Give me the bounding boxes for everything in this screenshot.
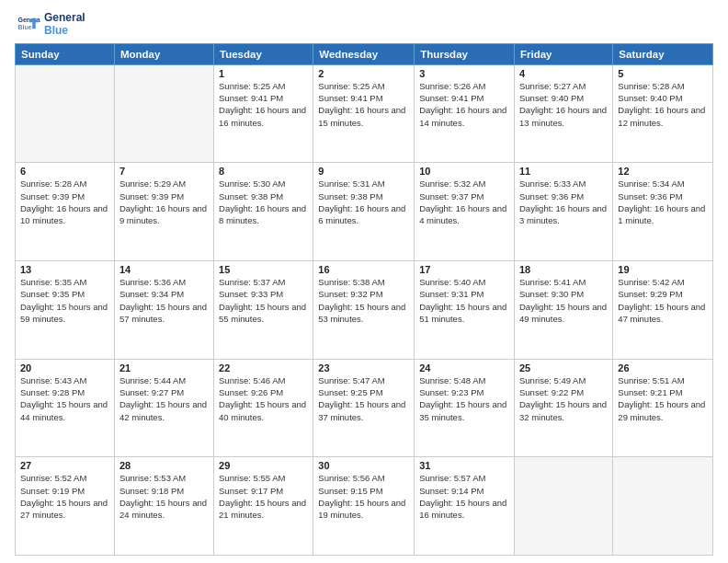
day-info: Sunrise: 5:40 AM Sunset: 9:31 PM Dayligh…	[419, 276, 509, 325]
day-info: Sunrise: 5:34 AM Sunset: 9:36 PM Dayligh…	[618, 178, 708, 226]
day-number: 14	[119, 264, 209, 275]
calendar-day	[16, 64, 115, 163]
calendar-day: 19Sunrise: 5:42 AM Sunset: 9:29 PM Dayli…	[613, 261, 713, 360]
day-info: Sunrise: 5:28 AM Sunset: 9:40 PM Dayligh…	[618, 80, 708, 129]
day-info: Sunrise: 5:32 AM Sunset: 9:37 PM Dayligh…	[419, 178, 509, 226]
weekday-row: SundayMondayTuesdayWednesdayThursdayFrid…	[16, 43, 713, 64]
day-number: 6	[20, 166, 109, 177]
calendar-day: 8Sunrise: 5:30 AM Sunset: 9:38 PM Daylig…	[214, 163, 313, 261]
day-number: 16	[318, 264, 409, 275]
weekday-header: Wednesday	[313, 43, 415, 64]
calendar-day: 4Sunrise: 5:27 AM Sunset: 9:40 PM Daylig…	[514, 64, 612, 163]
day-info: Sunrise: 5:57 AM Sunset: 9:14 PM Dayligh…	[419, 472, 509, 521]
calendar-day: 2Sunrise: 5:25 AM Sunset: 9:41 PM Daylig…	[313, 64, 415, 163]
day-info: Sunrise: 5:42 AM Sunset: 9:29 PM Dayligh…	[618, 276, 708, 325]
calendar-day: 11Sunrise: 5:33 AM Sunset: 9:36 PM Dayli…	[514, 163, 612, 261]
day-info: Sunrise: 5:36 AM Sunset: 9:34 PM Dayligh…	[119, 276, 209, 325]
calendar-body: 1Sunrise: 5:25 AM Sunset: 9:41 PM Daylig…	[16, 64, 713, 555]
day-info: Sunrise: 5:51 AM Sunset: 9:21 PM Dayligh…	[618, 374, 708, 423]
calendar-day: 22Sunrise: 5:46 AM Sunset: 9:26 PM Dayli…	[214, 359, 313, 457]
calendar: SundayMondayTuesdayWednesdayThursdayFrid…	[15, 43, 713, 556]
calendar-day: 12Sunrise: 5:34 AM Sunset: 9:36 PM Dayli…	[613, 163, 713, 261]
day-number: 23	[318, 362, 409, 373]
day-info: Sunrise: 5:38 AM Sunset: 9:32 PM Dayligh…	[318, 276, 409, 325]
day-number: 22	[219, 362, 308, 373]
logo-icon: General Blue	[15, 11, 40, 37]
weekday-header: Monday	[114, 43, 213, 64]
day-number: 8	[219, 166, 308, 177]
weekday-header: Sunday	[16, 43, 115, 64]
day-info: Sunrise: 5:43 AM Sunset: 9:28 PM Dayligh…	[20, 374, 109, 423]
calendar-day	[613, 457, 713, 556]
day-number: 2	[318, 68, 409, 79]
weekday-header: Saturday	[613, 43, 713, 64]
day-info: Sunrise: 5:48 AM Sunset: 9:23 PM Dayligh…	[419, 374, 509, 423]
calendar-day: 29Sunrise: 5:55 AM Sunset: 9:17 PM Dayli…	[214, 457, 313, 556]
weekday-header: Thursday	[415, 43, 515, 64]
calendar-day: 15Sunrise: 5:37 AM Sunset: 9:33 PM Dayli…	[214, 261, 313, 360]
calendar-day: 28Sunrise: 5:53 AM Sunset: 9:18 PM Dayli…	[114, 457, 213, 556]
day-number: 9	[318, 166, 409, 177]
day-info: Sunrise: 5:29 AM Sunset: 9:39 PM Dayligh…	[119, 178, 209, 226]
day-info: Sunrise: 5:27 AM Sunset: 9:40 PM Dayligh…	[519, 80, 608, 129]
day-info: Sunrise: 5:26 AM Sunset: 9:41 PM Dayligh…	[419, 80, 509, 129]
calendar-day: 1Sunrise: 5:25 AM Sunset: 9:41 PM Daylig…	[214, 64, 313, 163]
calendar-day: 25Sunrise: 5:49 AM Sunset: 9:22 PM Dayli…	[514, 359, 612, 457]
day-info: Sunrise: 5:28 AM Sunset: 9:39 PM Dayligh…	[20, 178, 109, 226]
day-number: 29	[219, 460, 308, 471]
day-number: 26	[618, 362, 708, 373]
day-info: Sunrise: 5:37 AM Sunset: 9:33 PM Dayligh…	[219, 276, 308, 325]
weekday-header: Tuesday	[214, 43, 313, 64]
day-number: 30	[318, 460, 409, 471]
calendar-day: 10Sunrise: 5:32 AM Sunset: 9:37 PM Dayli…	[415, 163, 515, 261]
calendar-day: 16Sunrise: 5:38 AM Sunset: 9:32 PM Dayli…	[313, 261, 415, 360]
day-number: 25	[519, 362, 608, 373]
day-info: Sunrise: 5:35 AM Sunset: 9:35 PM Dayligh…	[20, 276, 109, 325]
day-info: Sunrise: 5:30 AM Sunset: 9:38 PM Dayligh…	[219, 178, 308, 226]
day-number: 5	[618, 68, 708, 79]
day-number: 20	[20, 362, 109, 373]
day-number: 4	[519, 68, 608, 79]
day-number: 10	[419, 166, 509, 177]
day-info: Sunrise: 5:25 AM Sunset: 9:41 PM Dayligh…	[318, 80, 409, 129]
day-info: Sunrise: 5:46 AM Sunset: 9:26 PM Dayligh…	[219, 374, 308, 423]
day-number: 17	[419, 264, 509, 275]
svg-text:Blue: Blue	[18, 25, 32, 31]
logo-text: GeneralBlue	[44, 11, 85, 38]
day-number: 28	[119, 460, 209, 471]
day-info: Sunrise: 5:41 AM Sunset: 9:30 PM Dayligh…	[519, 276, 608, 325]
day-info: Sunrise: 5:49 AM Sunset: 9:22 PM Dayligh…	[519, 374, 608, 423]
calendar-day: 18Sunrise: 5:41 AM Sunset: 9:30 PM Dayli…	[514, 261, 612, 360]
calendar-header: SundayMondayTuesdayWednesdayThursdayFrid…	[16, 43, 713, 64]
calendar-week-row: 6Sunrise: 5:28 AM Sunset: 9:39 PM Daylig…	[16, 163, 713, 261]
day-number: 11	[519, 166, 608, 177]
calendar-day: 9Sunrise: 5:31 AM Sunset: 9:38 PM Daylig…	[313, 163, 415, 261]
calendar-day: 30Sunrise: 5:56 AM Sunset: 9:15 PM Dayli…	[313, 457, 415, 556]
day-number: 7	[119, 166, 209, 177]
calendar-day: 24Sunrise: 5:48 AM Sunset: 9:23 PM Dayli…	[415, 359, 515, 457]
day-info: Sunrise: 5:33 AM Sunset: 9:36 PM Dayligh…	[519, 178, 608, 226]
day-number: 12	[618, 166, 708, 177]
weekday-header: Friday	[514, 43, 612, 64]
calendar-week-row: 20Sunrise: 5:43 AM Sunset: 9:28 PM Dayli…	[16, 359, 713, 457]
calendar-day: 23Sunrise: 5:47 AM Sunset: 9:25 PM Dayli…	[313, 359, 415, 457]
calendar-day: 27Sunrise: 5:52 AM Sunset: 9:19 PM Dayli…	[16, 457, 115, 556]
day-info: Sunrise: 5:55 AM Sunset: 9:17 PM Dayligh…	[219, 472, 308, 521]
day-info: Sunrise: 5:52 AM Sunset: 9:19 PM Dayligh…	[20, 472, 109, 521]
day-number: 27	[20, 460, 109, 471]
page: General Blue GeneralBlue SundayMondayTue…	[0, 0, 728, 563]
day-number: 18	[519, 264, 608, 275]
day-number: 13	[20, 264, 109, 275]
calendar-day: 17Sunrise: 5:40 AM Sunset: 9:31 PM Dayli…	[415, 261, 515, 360]
day-info: Sunrise: 5:44 AM Sunset: 9:27 PM Dayligh…	[119, 374, 209, 423]
day-info: Sunrise: 5:31 AM Sunset: 9:38 PM Dayligh…	[318, 178, 409, 226]
logo: General Blue GeneralBlue	[15, 11, 85, 38]
header: General Blue GeneralBlue	[15, 11, 713, 38]
calendar-week-row: 27Sunrise: 5:52 AM Sunset: 9:19 PM Dayli…	[16, 457, 713, 556]
day-number: 21	[119, 362, 209, 373]
calendar-day: 20Sunrise: 5:43 AM Sunset: 9:28 PM Dayli…	[16, 359, 115, 457]
day-info: Sunrise: 5:47 AM Sunset: 9:25 PM Dayligh…	[318, 374, 409, 423]
day-number: 1	[219, 68, 308, 79]
calendar-day: 13Sunrise: 5:35 AM Sunset: 9:35 PM Dayli…	[16, 261, 115, 360]
calendar-day: 26Sunrise: 5:51 AM Sunset: 9:21 PM Dayli…	[613, 359, 713, 457]
